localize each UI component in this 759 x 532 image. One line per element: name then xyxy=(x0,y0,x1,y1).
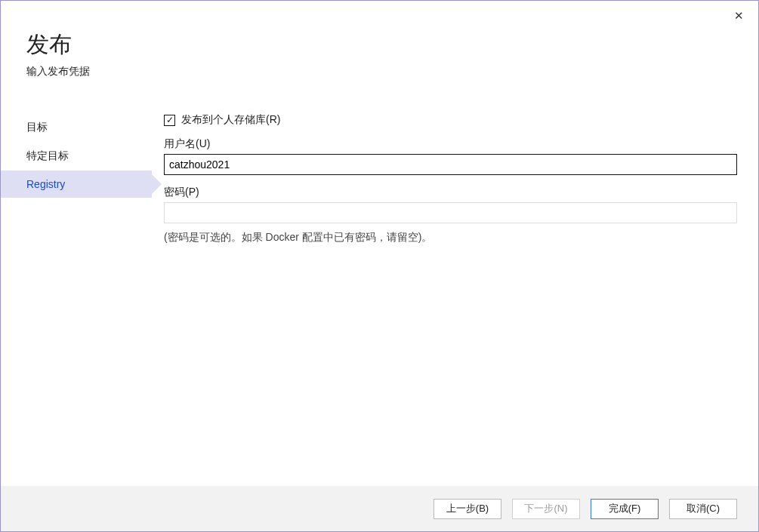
sidebar-item-label: 目标 xyxy=(26,121,48,133)
form-content: ✓ 发布到个人存储库(R) 用户名(U) 密码(P) (密码是可选的。如果 Do… xyxy=(152,103,737,486)
sidebar-item-target[interactable]: 目标 xyxy=(1,113,152,142)
dialog-title: 发布 xyxy=(26,29,733,60)
dialog-footer: 上一步(B) 下一步(N) 完成(F) 取消(C) xyxy=(1,486,758,531)
dialog-subtitle: 输入发布凭据 xyxy=(26,65,733,78)
close-icon: ✕ xyxy=(734,9,744,23)
sidebar-item-specific-target[interactable]: 特定目标 xyxy=(1,142,152,171)
close-button[interactable]: ✕ xyxy=(727,5,751,26)
cancel-button[interactable]: 取消(C) xyxy=(669,499,737,519)
back-button[interactable]: 上一步(B) xyxy=(433,499,501,519)
sidebar-item-label: 特定目标 xyxy=(26,149,69,161)
dialog-body: 目标 特定目标 Registry ✓ 发布到个人存储库(R) 用户名(U) 密码… xyxy=(1,86,758,486)
dialog-header: 发布 输入发布凭据 xyxy=(1,1,758,86)
password-label: 密码(P) xyxy=(164,186,737,199)
username-input[interactable] xyxy=(164,154,737,175)
publish-personal-row: ✓ 发布到个人存储库(R) xyxy=(164,113,737,127)
publish-personal-checkbox[interactable]: ✓ xyxy=(164,115,175,126)
next-button: 下一步(N) xyxy=(512,499,580,519)
finish-button[interactable]: 完成(F) xyxy=(591,499,659,519)
sidebar-item-label: Registry xyxy=(26,178,65,190)
sidebar: 目标 特定目标 Registry xyxy=(1,103,152,486)
password-hint: (密码是可选的。如果 Docker 配置中已有密码，请留空)。 xyxy=(164,231,737,244)
password-input[interactable] xyxy=(164,202,737,223)
check-icon: ✓ xyxy=(166,115,174,125)
sidebar-item-registry[interactable]: Registry xyxy=(1,171,152,198)
publish-personal-label: 发布到个人存储库(R) xyxy=(181,113,280,127)
username-label: 用户名(U) xyxy=(164,137,737,151)
